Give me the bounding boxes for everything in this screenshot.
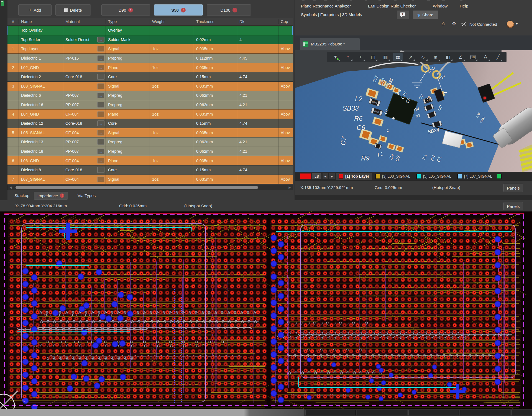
add-button[interactable]: + Add	[18, 4, 52, 16]
column-header-type[interactable]: Type	[106, 19, 150, 24]
material-picker-button[interactable]: ...	[97, 37, 104, 42]
material-picker-button[interactable]: ...	[97, 102, 104, 108]
polygon-icon[interactable]: ◧	[443, 53, 453, 61]
copper-weight	[150, 72, 194, 81]
3d-viewport[interactable]: 06030603 ▼∩+▢▥▦↗∿⊕◧∠10A╱ C11C12SB35R8C10…	[295, 50, 532, 172]
column-header-thickness[interactable]: Thickness	[194, 19, 237, 24]
home-icon[interactable]: ⌂	[442, 21, 445, 27]
via-icon[interactable]: ⊕	[431, 53, 440, 61]
layer-next-arrow[interactable]: ▶	[329, 173, 335, 179]
stackup-row-top-layer[interactable]: 1Top Layer...Signal1oz0.035mmAbov	[7, 44, 293, 54]
material-picker-button[interactable]: ...	[97, 139, 104, 145]
column-header-weight[interactable]: Weight	[150, 19, 194, 24]
menu-window[interactable]: Window	[433, 4, 447, 8]
stackup-row-dielectric-6[interactable]: Dielectric 6PP-007...Prepreg0.062mm4.21	[7, 91, 293, 100]
material-picker-button[interactable]: ...	[97, 149, 104, 154]
stackup-row-l04_gnd[interactable]: 4L04_GNDCF-004...Plane1oz0.035mmAbov	[7, 109, 293, 119]
scrollbar-thumb[interactable]	[16, 186, 258, 189]
stackup-row-dielectric-16[interactable]: Dielectric 16PP-007...Prepreg0.062mm4.21	[7, 100, 293, 110]
filter-icon[interactable]: ▼	[331, 53, 340, 61]
connection-status[interactable]: Not Connected	[469, 22, 497, 27]
impedance-profile-s50[interactable]: S50!	[154, 4, 203, 16]
material-picker-button[interactable]: ...	[97, 130, 104, 136]
panels-button-3d[interactable]: Panels	[503, 184, 523, 192]
thickness: 0.15mm	[194, 165, 237, 175]
avatar[interactable]	[507, 21, 514, 28]
pad-stack-icon[interactable]: ▥	[381, 53, 390, 61]
material-picker-button[interactable]: ...	[97, 111, 104, 117]
column-header-name[interactable]: Name	[19, 19, 63, 24]
layer-tab-3l03_signal[interactable]: [3] L03_SIGNAL	[373, 173, 413, 180]
scroll-left-arrow[interactable]: ◀	[9, 186, 12, 189]
comment-bubble-tail	[401, 16, 403, 17]
component-icon[interactable]: ▦	[393, 53, 403, 61]
column-header-material[interactable]: Material	[63, 19, 106, 24]
gear-icon[interactable]: ⚙	[452, 21, 456, 27]
layer-set-button[interactable]: LS	[312, 173, 321, 179]
magnet-snap-icon[interactable]: ∩	[343, 53, 353, 61]
column-header-num[interactable]: #	[7, 19, 19, 24]
stackup-row-dielectric-1[interactable]: Dielectric 1PP-015...Prepreg0.112mm4.45	[7, 54, 293, 63]
stackup-row-l05_signal[interactable]: 5L05_SIGNALCF-004...Signal1oz0.035mmAbov	[7, 128, 293, 138]
material-picker-button[interactable]: ...	[97, 55, 104, 61]
stackup-row-dielectric-18[interactable]: Dielectric 18PP-007...Prepreg0.062mm4.21	[7, 147, 293, 156]
diff-pair-icon[interactable]: ∿	[418, 53, 428, 61]
horizontal-scrollbar[interactable]: ◀ ▶	[7, 185, 293, 190]
menu-help[interactable]: Help	[460, 4, 468, 8]
stackup-row-l02_gnd[interactable]: 2L02_GND...Plane1oz0.035mmAbov	[7, 63, 293, 72]
tab-via-types[interactable]: Via Types	[74, 192, 99, 199]
menu-emi-design-rule-checker[interactable]: EMI Design Rule Checker	[368, 4, 416, 8]
material-picker-button[interactable]: ...	[97, 176, 104, 182]
row-num	[7, 147, 19, 156]
material-picker-button[interactable]: ...	[97, 167, 104, 173]
material: Solder Resist...	[63, 35, 106, 44]
material-picker-button[interactable]: ...	[97, 121, 104, 126]
panels-button[interactable]: Panels	[503, 202, 523, 210]
column-header-dk[interactable]: Dk	[237, 19, 278, 24]
material-picker-button[interactable]: ...	[97, 74, 104, 80]
stackup-row-dielectric-12[interactable]: Dielectric 12Core-018...Core0.15mm4.74	[7, 119, 293, 128]
layer-tab-5l05_signal[interactable]: [5] L05_SIGNAL	[414, 173, 454, 180]
tab-stackup[interactable]: Stackup	[11, 192, 33, 199]
line-icon[interactable]: ╱	[493, 53, 503, 61]
stackup-row-l06_gnd[interactable]: 6L06_GNDCF-004...Plane1oz0.035mmAbov	[7, 156, 293, 165]
menu-plane-resonance-analyzer[interactable]: Plane Resonance Analyzer	[301, 4, 351, 8]
dk-value	[237, 156, 278, 165]
dk-value	[237, 44, 278, 53]
tab-impedance[interactable]: Impedance!	[34, 192, 68, 200]
active-bar-links[interactable]: Symbols | Footprints | 3D Models	[301, 12, 362, 17]
document-tab[interactable]: MB2295.PcbDoc *	[300, 38, 360, 50]
column-header-cop[interactable]: Cop	[278, 19, 293, 24]
comment-button[interactable]	[397, 11, 409, 19]
row-num	[7, 72, 19, 81]
stackup-row-top-solder[interactable]: Top SolderSolder Resist...Solder Mask0.0…	[7, 35, 293, 45]
delete-button[interactable]: Delete	[55, 4, 91, 16]
share-button[interactable]: ▶ Share	[413, 11, 438, 19]
chevron-down-icon[interactable]: ▾	[516, 22, 518, 26]
stackup-row-l07_signal[interactable]: 7L07_SIGNALCF-004...Signal1oz0.035mmAbov	[7, 175, 293, 184]
material-picker-button[interactable]: ...	[97, 46, 104, 52]
layer-tab-7l07_signal[interactable]: [7] L07_SIGNAL	[455, 173, 495, 180]
scroll-right-arrow[interactable]: ▶	[289, 186, 291, 189]
impedance-profile-d90[interactable]: D90!	[101, 4, 150, 16]
stackup-row-l03_signal[interactable]: 3L03_SIGNAL...Signal1oz0.035mmAbov	[7, 82, 293, 91]
material-picker-button[interactable]: ...	[97, 83, 104, 89]
material-picker-button[interactable]: ...	[97, 65, 104, 70]
layer-tab-1toplayer[interactable]: [1] Top Layer	[336, 173, 372, 180]
pcb-2d-layout-view[interactable]	[0, 211, 532, 409]
stackup-row-top-overlay[interactable]: Top OverlayOverlay	[7, 26, 293, 35]
stackup-row-dielectric-2[interactable]: Dielectric 2Core-018...Core0.15mm4.74	[7, 72, 293, 82]
crosshair-icon[interactable]: +	[356, 53, 365, 61]
dimension-icon[interactable]: ∠	[456, 53, 465, 61]
string-icon[interactable]: A	[481, 53, 490, 61]
grid-10-icon[interactable]: 10	[468, 53, 478, 61]
impedance-profile-d100[interactable]: D100!	[207, 4, 251, 16]
selection-rect-icon[interactable]: ▢	[368, 53, 378, 61]
route-icon[interactable]: ↗	[406, 53, 415, 61]
stackup-row-dielectric-8[interactable]: Dielectric 8Core-018...Core0.15mm4.74	[7, 165, 293, 175]
layer-prev-arrow[interactable]: ◀	[323, 173, 328, 179]
altium-desktop: + Add Delete #NameMaterialTypeWeightThic…	[0, 0, 532, 416]
material-picker-button[interactable]: ...	[97, 93, 104, 98]
stackup-row-dielectric-13[interactable]: Dielectric 13PP-007...Prepreg0.062mm4.21	[7, 137, 293, 147]
material-picker-button[interactable]: ...	[97, 158, 104, 164]
